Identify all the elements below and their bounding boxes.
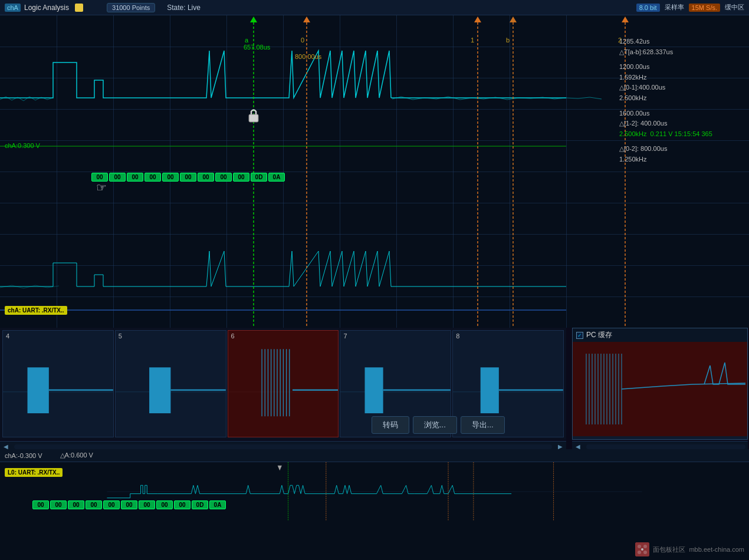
uart-channel-label: chA: UART: .RX/TX..	[5, 306, 67, 315]
channel-a-voltage: chA:0.300 V	[5, 142, 40, 149]
delta-a-value: △A:0.600 V	[60, 452, 93, 459]
decode-box-4: 00	[162, 173, 179, 182]
bottom-decode-8: 00	[174, 500, 190, 509]
decode-box-1: 00	[109, 173, 126, 182]
bottom-decode-9: 0D	[192, 500, 208, 509]
bottom-decode-0: 00	[32, 500, 49, 509]
pc-cache-label: PC 缓存	[586, 330, 612, 340]
pc-wave-area	[573, 342, 747, 436]
points-badge: 31000 Points	[107, 3, 155, 12]
svg-point-61	[643, 551, 647, 554]
sample-rate: 15M S/s.	[689, 4, 720, 12]
bottom-decode-2: 00	[68, 500, 84, 509]
meas-delta-ab: △T[a-b]:628.337us	[619, 47, 749, 58]
decode-box-9: 0D	[251, 173, 267, 182]
svg-point-60	[638, 551, 641, 554]
svg-marker-56	[278, 466, 282, 471]
bottom-decode-bar: 00 00 00 00 00 00 00 00 00 0D 0A	[32, 500, 226, 509]
thumb-wave-5	[116, 331, 226, 434]
decode-box-7: 00	[215, 173, 232, 182]
thumb-wave-4	[3, 331, 113, 434]
pc-checkbox[interactable]: ✓	[576, 332, 583, 339]
thumbnail-6[interactable]: 6	[228, 330, 339, 437]
meas-freq-2500a: 2.500kHz	[619, 93, 749, 104]
bottom-decode-5: 00	[121, 500, 137, 509]
transcode-button[interactable]: 转码	[372, 416, 409, 434]
svg-rect-12	[249, 114, 258, 122]
watermark-logo	[635, 542, 649, 556]
svg-point-59	[643, 545, 647, 548]
decode-box-6: 00	[198, 173, 214, 182]
cursor-t-800: 800.00us	[295, 53, 321, 60]
bottom-info-bar: chA:-0.300 V △A:0.600 V	[0, 449, 749, 462]
waveform-display	[0, 15, 749, 328]
thumb-buttons: 转码 浏览... 导出...	[372, 416, 505, 434]
bottom-decode-1: 00	[50, 500, 67, 509]
cursor-0-label: 0	[301, 37, 304, 44]
svg-rect-17	[149, 367, 170, 413]
cursor-a-label: a	[245, 37, 248, 44]
bottom-decode-3: 00	[86, 500, 102, 509]
channel-a-neg-voltage: chA:-0.300 V	[5, 452, 42, 459]
pc-cache-panel: ✓ PC 缓存	[572, 328, 748, 440]
bottom-decode-4: 00	[103, 500, 120, 509]
svg-marker-4	[303, 17, 310, 22]
decode-bar-main: 00 00 00 00 00 00 00 00 00 0D 0A	[91, 173, 285, 182]
svg-point-62	[641, 548, 643, 551]
decode-box-3: 00	[144, 173, 161, 182]
decode-box-0: 00	[91, 173, 108, 182]
sample-rate-label: 采样率	[665, 3, 684, 12]
scroll-track-main[interactable]	[14, 444, 552, 449]
svg-marker-8	[510, 17, 517, 22]
thumb-wave-6	[228, 331, 339, 434]
hand-cursor: ☞	[96, 180, 107, 195]
channel-label: chA	[5, 4, 21, 12]
meas-delta-02: △[0-2]: 800.00us	[619, 144, 749, 154]
svg-rect-14	[28, 367, 49, 413]
scroll-track-pc[interactable]	[586, 444, 745, 449]
bottom-uart-label: L0: UART: .RX/TX..	[5, 468, 63, 477]
grid	[0, 15, 749, 328]
thumbnail-5[interactable]: 5	[115, 330, 226, 437]
svg-rect-35	[481, 367, 499, 413]
pc-cache-header: ✓ PC 缓存	[573, 328, 747, 342]
browse-button[interactable]: 浏览...	[413, 416, 457, 434]
oscilloscope-area[interactable]: a 657.08us 0 800.00us 1 b 2 1285.42us △T…	[0, 15, 749, 328]
meas-delta-12: △[1-2]: 400.00us	[619, 118, 749, 129]
meas-freq-1592: 1.592kHz	[619, 73, 749, 83]
cursor-2-label: 2	[618, 37, 622, 44]
meas-timestamp: 15:15:54 365	[675, 130, 712, 137]
cursor-b-label: b	[506, 37, 510, 44]
bottom-waveform-svg	[0, 462, 749, 521]
watermark-text: 面包板社区	[653, 545, 685, 554]
decode-box-8: 00	[233, 173, 249, 182]
meas-freq-2500b: 2.500kHz 0.211 V 15:15:54 365	[619, 129, 749, 140]
top-bar: chA Logic Analysis 31000 Points State: L…	[0, 0, 749, 15]
channel-indicator: chA Logic Analysis	[5, 4, 83, 12]
bottom-decode-7: 00	[156, 500, 173, 509]
decode-box-2: 00	[127, 173, 143, 182]
svg-rect-32	[365, 367, 383, 413]
decode-box-10: 0A	[268, 173, 285, 182]
cursor-1-label: 1	[471, 37, 474, 44]
meas-freq-1250: 1.250kHz	[619, 154, 749, 165]
bit-depth: 8.0 bit	[636, 4, 660, 12]
pc-waveform	[573, 342, 747, 436]
bottom-waveform-area: L0: UART: .RX/TX.. 00 00 00 00 00 00 00 …	[0, 462, 749, 521]
svg-point-58	[638, 545, 641, 548]
decode-box-5: 00	[180, 173, 196, 182]
svg-marker-2	[250, 17, 257, 22]
export-button[interactable]: 导出...	[461, 416, 505, 434]
meas-b-time: 1285.42us	[619, 37, 749, 47]
thumbnail-4[interactable]: 4	[2, 330, 114, 437]
watermark-site: mbb.eet-china.com	[689, 546, 744, 553]
buffer-label: 缓中区	[725, 3, 744, 12]
svg-marker-6	[474, 17, 481, 22]
meas-t-1600: 1600.00us	[619, 108, 749, 119]
meas-voltage: 0.211 V	[651, 130, 673, 137]
logic-analysis-title: Logic Analysis	[24, 4, 69, 12]
bottom-decode-6: 00	[139, 500, 155, 509]
meas-t-1200: 1200.00us	[619, 62, 749, 73]
bottom-section: chA:-0.300 V △A:0.600 V L0: UART: .RX/TX…	[0, 449, 749, 560]
state-live: State: Live	[167, 4, 201, 12]
